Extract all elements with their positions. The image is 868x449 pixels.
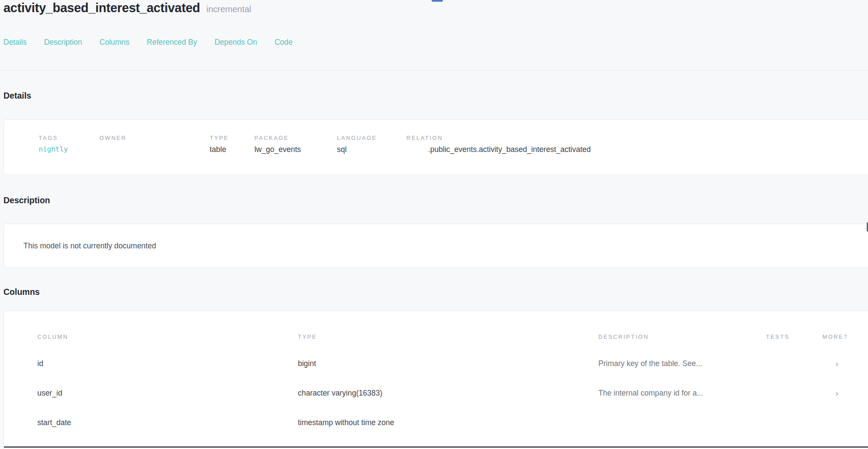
package-label: PACKAGE — [254, 135, 337, 141]
detail-field-owner: OWNER — [99, 135, 210, 175]
description-text: This model is not currently documented — [4, 241, 156, 251]
column-type: bigint — [298, 359, 598, 368]
language-label: LANGUAGE — [337, 135, 406, 141]
nav-link-referenced-by[interactable]: Referenced By — [147, 38, 197, 47]
detail-field-language: LANGUAGE sql — [337, 135, 406, 175]
column-description: The internal company id for a... — [598, 389, 766, 398]
column-header-column: COLUMN — [37, 333, 298, 340]
column-description: Primary key of the table. See... — [598, 359, 766, 368]
nav-link-details[interactable]: Details — [3, 38, 27, 47]
detail-field-package: PACKAGE lw_go_events — [254, 135, 337, 175]
relation-value: .public_events.activity_based_interest_a… — [406, 145, 868, 154]
columns-table: COLUMN TYPE DESCRIPTION TESTS MORE? id b… — [4, 333, 868, 449]
table-row[interactable]: user_id character varying(16383) The int… — [37, 378, 868, 408]
column-header-type: TYPE — [298, 333, 598, 340]
nav-link-columns[interactable]: Columns — [99, 38, 129, 47]
chevron-right-icon[interactable]: › — [822, 388, 868, 398]
column-header-tests: TESTS — [766, 333, 822, 340]
table-row[interactable]: id bigint Primary key of the table. See.… — [37, 349, 868, 378]
header-divider — [0, 70, 868, 71]
columns-table-body: id bigint Primary key of the table. See.… — [37, 349, 868, 449]
column-type: timestamp without time zone — [298, 418, 598, 427]
column-name: user_id — [37, 389, 298, 398]
detail-field-relation: RELATION .public_events.activity_based_i… — [406, 135, 868, 175]
language-value: sql — [337, 145, 406, 154]
column-header-more: MORE? — [822, 333, 868, 340]
cutoff-blue-link-fragment — [432, 0, 443, 2]
owner-label: OWNER — [99, 135, 210, 141]
description-section-heading: Description — [0, 195, 868, 205]
column-type: character varying(16383) — [298, 389, 598, 398]
column-type: timestamp without time zone — [298, 448, 598, 449]
section-nav: Details Description Columns Referenced B… — [0, 38, 868, 47]
nav-link-description[interactable]: Description — [44, 38, 83, 47]
column-header-description: DESCRIPTION — [598, 333, 766, 340]
columns-card: COLUMN TYPE DESCRIPTION TESTS MORE? id b… — [3, 310, 868, 449]
type-value: table — [210, 145, 254, 154]
tags-value[interactable]: nightly — [39, 145, 99, 153]
bottom-edge-line — [4, 446, 868, 448]
chevron-right-icon[interactable]: › — [822, 359, 868, 369]
description-card: This model is not currently documented — [3, 224, 868, 268]
table-row[interactable]: start_date timestamp without time zone — [37, 408, 868, 437]
page-title: activity_based_interest_activated — [3, 1, 200, 15]
detail-field-type: TYPE table — [210, 135, 254, 175]
type-label: TYPE — [210, 135, 254, 141]
detail-field-tags: TAGS nightly — [4, 135, 99, 175]
details-section-heading: Details — [0, 91, 868, 101]
columns-table-header: COLUMN TYPE DESCRIPTION TESTS MORE? — [37, 333, 868, 340]
nav-link-code[interactable]: Code — [274, 38, 293, 47]
column-name: end_date — [37, 448, 298, 449]
model-header: activity_based_interest_activated increm… — [0, 0, 868, 15]
details-card: TAGS nightly OWNER TYPE table PACKAGE lw… — [3, 119, 868, 175]
materialization-badge: incremental — [206, 4, 251, 14]
columns-section-heading: Columns — [0, 287, 868, 297]
column-name: id — [37, 359, 298, 368]
column-name: start_date — [37, 418, 298, 427]
nav-link-depends-on[interactable]: Depends On — [215, 38, 257, 47]
package-value: lw_go_events — [254, 145, 337, 154]
relation-label: RELATION — [406, 135, 868, 141]
tags-label: TAGS — [39, 135, 99, 141]
